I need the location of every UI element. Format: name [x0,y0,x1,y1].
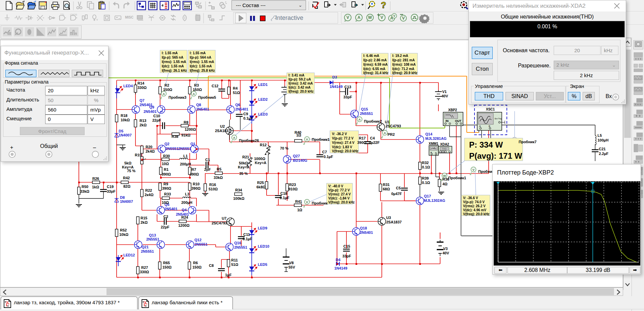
svg-text:MISC: MISC [125,15,133,19]
svg-text:V: V [380,15,383,20]
svg-text:TTL: TTL [60,13,65,16]
svg-text:v: v [96,18,98,21]
svg-text:V: V [402,16,405,21]
svg-text:A: A [358,15,361,20]
svg-text:W: W [368,15,372,20]
svg-text:V: V [393,14,395,18]
svg-text:MCU: MCU [195,13,200,15]
svg-text:V: V [346,15,349,20]
svg-text:CMOS: CMOS [70,13,77,16]
svg-text:?: ? [381,0,386,10]
